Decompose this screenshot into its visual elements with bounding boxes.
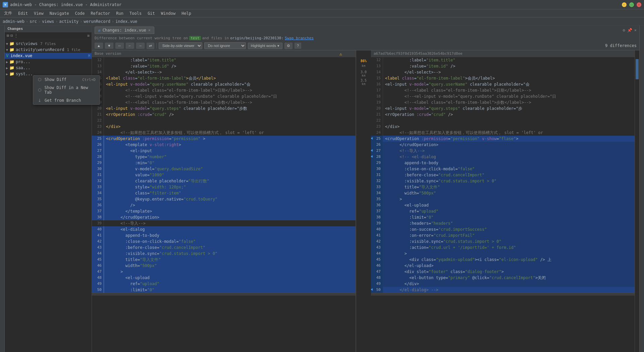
folder-chevron-down: ▼ bbox=[6, 42, 8, 46]
right-pane-header: a67ad7b6ecf93f0d193545aa3026e54bc917d8ee bbox=[371, 50, 635, 57]
code-line-28-l: 28 type="number" bbox=[92, 154, 356, 160]
r-code-line-27: ◀ 27 <!--导入--> bbox=[371, 148, 635, 154]
code-line-48-l: 48 <el-upload bbox=[92, 275, 356, 281]
menu-navigate[interactable]: Navigate bbox=[47, 10, 72, 16]
subfolder-icon: 📁 bbox=[9, 47, 14, 52]
breadcrumb-werunrecord[interactable]: werunRecord bbox=[84, 19, 110, 24]
diff-help-icon[interactable]: ? bbox=[294, 43, 301, 49]
diff-panel: ⇄ Changes: index.vue × ⚙ 📌 × Difference … bbox=[92, 26, 639, 352]
menu-view[interactable]: View bbox=[31, 10, 46, 16]
code-line-32-l: 32 clearable placeholder="导出行数" bbox=[92, 178, 356, 184]
r-code-line-39: 39 :headers="headers" bbox=[371, 220, 635, 226]
breadcrumb-src[interactable]: src bbox=[30, 19, 37, 24]
code-line-44-l: 44 :visible.sync="crud.status.import > 0… bbox=[92, 251, 356, 257]
breadcrumb-root[interactable]: admin-web bbox=[3, 19, 24, 24]
code-line-42-l: 42 :close-on-click-modal="false" bbox=[92, 238, 356, 245]
toolbar-separator bbox=[156, 43, 157, 48]
menu-window[interactable]: Window bbox=[158, 10, 178, 16]
context-menu: ⬡ Show Diff Ctrl+D ⬡ Show Diff in a New … bbox=[33, 75, 100, 105]
tree-folder-saa[interactable]: ▶ 📁 saa... bbox=[5, 65, 92, 71]
context-menu-show-diff-new-tab[interactable]: ⬡ Show Diff in a New Tab bbox=[33, 84, 100, 96]
tree-expand-icon[interactable]: ⊞ bbox=[7, 33, 9, 38]
panel-close-icon[interactable]: × bbox=[634, 28, 637, 33]
change-arrow-50: ◀ bbox=[371, 287, 373, 292]
r-code-line-21: 21<rrOperation :crud="crud" /> bbox=[371, 112, 635, 118]
folder-icon: 📁 bbox=[9, 41, 14, 46]
highlight-words-button[interactable]: Highlight words ▾ bbox=[248, 43, 282, 49]
percentage-86: 86% bbox=[361, 59, 367, 63]
left-panel: Changes ⊞ ⊟ ⋮ ≡ ▼ 📁 src\views 7 files ▼ … bbox=[5, 26, 92, 352]
diff-subtitle-prefix: Difference between current working tree … bbox=[95, 36, 188, 40]
code-line-39-l: 39 <!--导入--> bbox=[92, 220, 356, 226]
r-code-line-43: 43 :action="crud.url + '/import?id=' + f… bbox=[371, 245, 635, 251]
viewer-mode-select[interactable]: Side-by-side viewer Unified viewer bbox=[159, 42, 202, 49]
code-line-30-l: 30 v-model="query.downloadSize" bbox=[92, 166, 356, 172]
menu-file[interactable]: 文件 bbox=[1, 10, 15, 17]
nav-up-button[interactable]: ▲ bbox=[95, 43, 103, 49]
menu-git[interactable]: Git bbox=[145, 10, 158, 16]
tree-options-icon[interactable]: ⋮ bbox=[14, 33, 18, 38]
pro-folder-label: pro... bbox=[16, 59, 30, 64]
nav-down-button[interactable]: ▼ bbox=[105, 43, 113, 49]
minimize-button[interactable]: − bbox=[622, 2, 627, 7]
subfolder-chevron-down: ▼ bbox=[6, 48, 8, 52]
code-line-18: 18 <!--<el-input v-model="query.runDate"… bbox=[92, 93, 356, 99]
tree-subfolder-activity[interactable]: ▼ 📁 activity\werunRecord 1 file bbox=[5, 47, 92, 53]
tree-folder-pro[interactable]: ▶ 📁 pro... bbox=[5, 59, 92, 65]
menu-edit[interactable]: Edit bbox=[15, 10, 31, 16]
tree-root-folder[interactable]: ▼ 📁 src\views 7 files bbox=[5, 41, 92, 47]
r-code-line-31: 31 :before-close="crud.cancelImport" bbox=[371, 172, 635, 178]
activity-bar bbox=[0, 26, 5, 352]
changes-panel-header: Changes bbox=[5, 26, 92, 32]
left-scrollbar[interactable] bbox=[92, 293, 356, 296]
r-code-line-19: 19 <!--<label class="el-form-item-label"… bbox=[371, 99, 635, 105]
nav-right-button[interactable]: → bbox=[136, 43, 145, 49]
nav-swap-button[interactable]: ↔ bbox=[115, 43, 124, 49]
code-line-47-l: 47 > bbox=[92, 269, 356, 275]
syst-folder-label: syst... bbox=[16, 72, 33, 76]
window-title: admin-web - Changes: index.vue - Adminis… bbox=[10, 2, 121, 7]
r-code-line-34: 34 width="500px" bbox=[371, 190, 635, 196]
code-line-41-l: 41 append-to-body bbox=[92, 232, 356, 238]
indicator-35: 3.5 bbox=[361, 79, 367, 82]
breadcrumb-file[interactable]: index.vue bbox=[115, 19, 137, 24]
ignore-mode-select[interactable]: Do not ignore Ignore whitespace bbox=[204, 42, 246, 49]
menu-help[interactable]: Help bbox=[179, 10, 194, 16]
swap-branches-button[interactable]: Swap branches bbox=[285, 36, 314, 40]
tree-menu-icon[interactable]: ≡ bbox=[87, 33, 90, 38]
context-menu-show-diff[interactable]: ⬡ Show Diff Ctrl+D bbox=[33, 76, 100, 84]
close-button[interactable]: × bbox=[637, 2, 641, 7]
diff-settings-icon[interactable]: ⚙ bbox=[284, 43, 292, 49]
breadcrumb-bar: admin-web › src › views › activity › wer… bbox=[0, 17, 644, 26]
syst-chevron: ▶ bbox=[6, 72, 8, 76]
right-scrollbar[interactable] bbox=[371, 293, 635, 296]
code-line-19: 19 <!--<label class="el-form-item-label"… bbox=[92, 99, 356, 105]
menu-refactor[interactable]: Refactor bbox=[88, 10, 113, 16]
code-line-22: 22 bbox=[92, 118, 356, 124]
panel-options-icon[interactable]: ⚙ bbox=[623, 28, 625, 33]
saa-folder-label: saa... bbox=[16, 65, 30, 70]
code-line-16: 16<el-input v-model="query.userName" cle… bbox=[92, 81, 356, 87]
maximize-button[interactable]: □ bbox=[629, 2, 634, 7]
r-code-line-32: 32 :visible.sync="crud.status.import > 0… bbox=[371, 178, 635, 184]
tree-collapse-icon[interactable]: ⊟ bbox=[10, 33, 13, 38]
tree-file-index-vue[interactable]: V index.vue M bbox=[5, 53, 92, 59]
breadcrumb-views[interactable]: views bbox=[42, 19, 54, 24]
r-code-line-22: 22 bbox=[371, 118, 635, 124]
menu-tools[interactable]: Tools bbox=[127, 10, 144, 16]
code-line-15: 15<label class="el-form-item-label">会员</… bbox=[92, 75, 356, 81]
panel-pin-icon[interactable]: 📌 bbox=[627, 28, 632, 33]
diff-subtitle-mid: and files in bbox=[202, 36, 229, 40]
menu-run[interactable]: Run bbox=[113, 10, 126, 16]
diff-tab[interactable]: ⇄ Changes: index.vue × bbox=[95, 27, 154, 34]
code-line-27-l: 27 <el-input bbox=[92, 148, 356, 154]
context-menu-get-from-branch[interactable]: ⤓ Get from Branch bbox=[33, 96, 100, 104]
breadcrumb-activity[interactable]: activity bbox=[59, 19, 79, 24]
diff-tab-close[interactable]: × bbox=[148, 28, 151, 33]
r-code-line-49: 49 </div> bbox=[371, 281, 635, 287]
show-diff-label: Show Diff bbox=[45, 77, 66, 82]
nav-sync-button[interactable]: ⇌ bbox=[147, 43, 154, 49]
r-code-line-28: ◀ 28 <!-- <el-dialog bbox=[371, 154, 635, 160]
nav-left-button[interactable]: ← bbox=[126, 43, 134, 49]
menu-code[interactable]: Code bbox=[72, 10, 88, 16]
